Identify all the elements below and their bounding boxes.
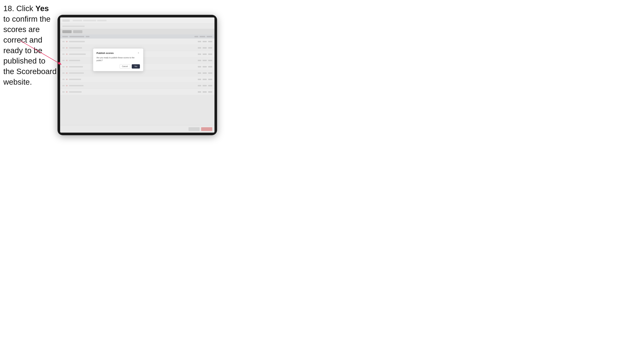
cancel-button[interactable]: Cancel xyxy=(120,64,130,69)
dialog-title: Publish scores xyxy=(96,52,114,54)
text-before-bold: Click xyxy=(14,4,35,13)
dialog-body: Are you ready to publish these scores to… xyxy=(96,56,140,62)
dialog-close-button[interactable]: × xyxy=(137,51,140,54)
text-after: to confirm the scores are correct and re… xyxy=(3,15,56,86)
bold-yes: Yes xyxy=(36,4,49,13)
dialog-header: Publish scores × xyxy=(96,51,140,54)
modal-backdrop xyxy=(60,17,214,133)
tablet-device: Publish scores × Are you ready to publis… xyxy=(58,15,217,135)
dialog-footer: Cancel Yes xyxy=(96,64,140,69)
instruction-text: 18. Click Yes to confirm the scores are … xyxy=(3,3,57,87)
step-number: 18. xyxy=(3,4,14,13)
yes-button[interactable]: Yes xyxy=(132,64,140,69)
tablet-screen: Publish scores × Are you ready to publis… xyxy=(60,17,214,133)
publish-scores-dialog: Publish scores × Are you ready to publis… xyxy=(93,48,143,71)
